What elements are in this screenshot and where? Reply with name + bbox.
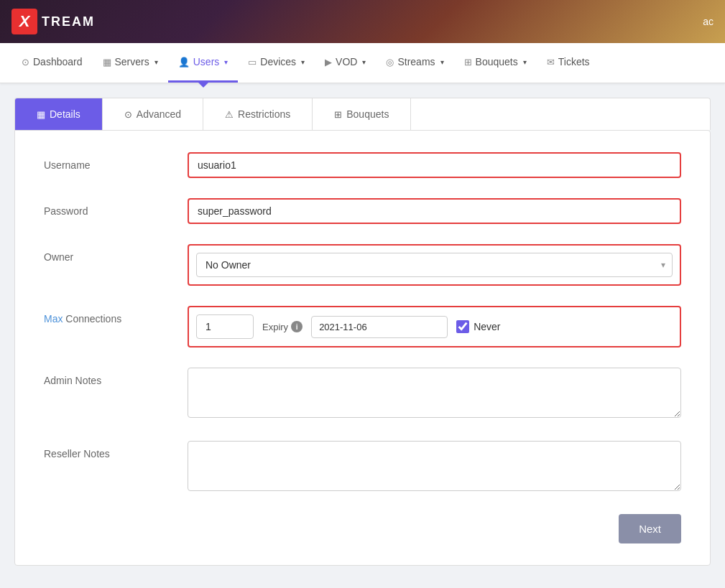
chevron-down-icon: ▾ [301, 58, 305, 66]
nav-item-streams[interactable]: ◎ Streams ▾ [376, 43, 453, 83]
owner-select-container: No Owner ▾ [196, 253, 673, 277]
details-icon: ▦ [37, 109, 45, 120]
logo-x-icon: X [11, 9, 37, 34]
restrictions-icon: ⚠ [225, 109, 234, 120]
tab-details[interactable]: ▦ Details [15, 98, 103, 130]
devices-icon: ▭ [248, 57, 257, 67]
info-icon: i [291, 321, 303, 332]
tab-bouquets-label: Bouquets [346, 108, 389, 120]
servers-icon: ▦ [103, 57, 111, 67]
header: X TREAM ac [0, 0, 725, 43]
admin-notes-row: Admin Notes [44, 368, 681, 421]
expiry-date-input[interactable] [311, 316, 448, 338]
max-connections-input[interactable] [196, 314, 254, 339]
username-label: Username [44, 152, 188, 171]
owner-row: Owner No Owner ▾ [44, 244, 681, 286]
next-button[interactable]: Next [619, 514, 681, 543]
reseller-notes-wrap [188, 441, 681, 494]
max-connections-label: Max Connections [44, 306, 188, 325]
header-user: ac [703, 16, 714, 27]
streams-icon: ◎ [386, 57, 394, 67]
chevron-down-icon: ▾ [362, 58, 366, 66]
nav-label-streams: Streams [397, 56, 435, 67]
never-wrap: Never [456, 320, 500, 333]
never-checkbox[interactable] [456, 320, 469, 333]
nav-label-users: Users [193, 56, 220, 67]
max-connections-wrap: Expiry i Never [188, 306, 681, 347]
admin-notes-wrap [188, 368, 681, 421]
logo-text: TREAM [42, 14, 95, 29]
dashboard-icon: ⊙ [22, 57, 29, 67]
nav-items: ⊙ Dashboard ▦ Servers ▾ 👤 Users ▾ ▭ Devi… [11, 43, 600, 83]
admin-notes-textarea[interactable] [188, 368, 681, 418]
username-input[interactable] [188, 152, 681, 178]
footer-actions: Next [44, 514, 681, 543]
tickets-icon: ✉ [547, 57, 555, 67]
username-row: Username [44, 152, 681, 178]
nav-item-devices[interactable]: ▭ Devices ▾ [238, 43, 315, 83]
chevron-down-icon: ▾ [154, 58, 158, 66]
tab-advanced-label: Advanced [137, 108, 181, 120]
nav-label-devices: Devices [260, 56, 296, 67]
vod-icon: ▶ [325, 57, 332, 67]
password-input[interactable] [188, 198, 681, 224]
password-label: Password [44, 198, 188, 217]
main-content: ▦ Details ⊙ Advanced ⚠ Restrictions ⊞ Bo… [0, 83, 725, 580]
tab-details-label: Details [50, 108, 80, 120]
password-input-wrap [188, 198, 681, 224]
owner-select[interactable]: No Owner [196, 253, 673, 277]
owner-highlight-box: No Owner ▾ [188, 244, 681, 286]
admin-notes-label: Admin Notes [44, 368, 188, 386]
max-label-rest: Connections [63, 313, 121, 325]
tab-bouquets[interactable]: ⊞ Bouquets [313, 98, 411, 130]
nav-item-tickets[interactable]: ✉ Tickets [537, 43, 600, 83]
navbar: ⊙ Dashboard ▦ Servers ▾ 👤 Users ▾ ▭ Devi… [0, 43, 725, 83]
expiry-label: Expiry i [262, 321, 303, 332]
connections-highlight-box: Expiry i Never [188, 306, 681, 347]
reseller-notes-textarea[interactable] [188, 441, 681, 491]
nav-label-servers: Servers [115, 56, 149, 67]
max-connections-row: Max Connections Expiry i Never [44, 306, 681, 347]
owner-select-wrap: No Owner ▾ [188, 244, 681, 286]
bouquets-tab-icon: ⊞ [334, 109, 342, 120]
reseller-notes-row: Reseller Notes [44, 441, 681, 494]
tab-restrictions[interactable]: ⚠ Restrictions [203, 98, 313, 130]
nav-item-vod[interactable]: ▶ VOD ▾ [315, 43, 376, 83]
reseller-notes-label: Reseller Notes [44, 441, 188, 459]
expiry-text: Expiry [262, 322, 288, 332]
nav-item-bouquets[interactable]: ⊞ Bouquets ▾ [454, 43, 537, 83]
chevron-down-icon: ▾ [224, 58, 228, 66]
nav-item-users[interactable]: 👤 Users ▾ [168, 43, 239, 83]
users-icon: 👤 [178, 57, 190, 67]
logo: X TREAM [11, 9, 95, 34]
advanced-icon: ⊙ [124, 109, 132, 120]
tab-restrictions-label: Restrictions [238, 108, 290, 120]
nav-label-dashboard: Dashboard [33, 56, 83, 67]
nav-item-dashboard[interactable]: ⊙ Dashboard [11, 43, 93, 83]
nav-item-servers[interactable]: ▦ Servers ▾ [93, 43, 168, 83]
bouquets-icon: ⊞ [464, 57, 472, 67]
username-input-wrap [188, 152, 681, 178]
owner-label: Owner [44, 244, 188, 263]
tab-advanced[interactable]: ⊙ Advanced [103, 98, 203, 130]
tab-strip: ▦ Details ⊙ Advanced ⚠ Restrictions ⊞ Bo… [14, 98, 711, 130]
nav-label-vod: VOD [336, 56, 357, 67]
form-card: Username Password Owner No Owner [14, 130, 711, 566]
nav-label-tickets: Tickets [558, 56, 590, 67]
password-row: Password [44, 198, 681, 224]
chevron-down-icon: ▾ [440, 58, 444, 66]
max-label-blue: Max [44, 313, 63, 325]
connections-row-inner: Expiry i Never [196, 314, 673, 339]
nav-label-bouquets: Bouquets [476, 56, 518, 67]
chevron-down-icon: ▾ [523, 58, 527, 66]
never-label: Never [474, 321, 500, 332]
